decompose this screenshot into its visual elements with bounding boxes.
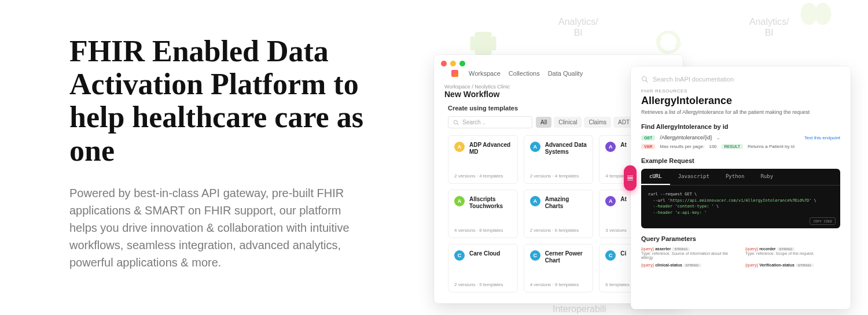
maximize-icon[interactable] [459,61,465,66]
template-badge-icon: A [530,142,540,152]
template-meta: 4 versions · 9 templates [530,282,587,287]
svg-line-10 [646,80,648,82]
doc-eyebrow: FHIR RESOURCES [641,88,840,94]
template-meta: 2 versions · 5 templates [454,282,512,287]
doc-subheading: Find AllergyIntolerance by id [641,123,840,130]
search-icon [641,76,648,83]
template-name: Allscripts Touchworks [469,196,512,210]
result-text: Returns a Patient by id [748,144,795,149]
template-badge-icon: A [530,196,540,206]
template-badge-icon: C [454,250,465,261]
hero-title: FHIR Enabled Data Activation Platform to… [69,35,411,167]
search-icon [453,120,459,125]
doc-description: Retrieves a list of AllergyIntolerance f… [641,109,840,115]
doc-search-placeholder: Search InAPI documentation [653,76,734,83]
template-card[interactable]: CCare Cloud2 versions · 5 templates [448,244,518,292]
template-meta: 2 versions · 4 templates [454,173,512,179]
filter-pill-all[interactable]: All [536,117,551,128]
svg-line-8 [457,123,459,125]
param-name: recorder [759,247,775,251]
template-card[interactable]: CCerner Power Chart4 versions · 9 templa… [524,244,594,292]
param-type: STRING [683,264,701,267]
code-tab-curl[interactable]: cURL [641,169,670,185]
nav-workspace[interactable]: Workspace [469,70,501,77]
doc-search-input[interactable]: Search InAPI documentation [641,76,840,83]
param-scope: {query} [641,247,654,251]
template-search-input[interactable]: Search .. [448,116,532,128]
search-placeholder: Search .. [462,119,486,125]
nav-collections[interactable]: Collections [509,70,540,77]
template-meta: 2 versions · 4 templates [530,173,587,179]
param-type: STRING [672,247,690,251]
http-method-badge: GET [641,135,655,140]
template-name: ADP Advanced MD [469,142,512,155]
template-badge-icon: C [605,250,616,261]
template-badge-icon: A [605,142,616,152]
query-params-heading: Query Parameters [641,235,840,242]
filter-pill-clinical[interactable]: Clinical [554,117,582,128]
template-card[interactable]: AAllscripts Touchworks4 versions · 8 tem… [448,190,518,238]
app-logo-icon [451,70,458,77]
code-block: cURLJavascriptPythonRuby curl --request … [641,169,840,228]
param-desc: Type: reference. Source of information a… [641,251,736,260]
param-scope: {query} [745,247,758,251]
max-results-label: Max results per page: [660,144,704,149]
template-name: Cerner Power Chart [545,250,587,264]
query-param: {query} Verification-statusSTRING [745,263,840,268]
template-name: At [620,196,627,203]
template-card[interactable]: AAdvanced Data Systems2 versions · 4 tem… [524,135,594,184]
code-tab-ruby[interactable]: Ruby [752,169,781,185]
template-name: Ci [620,250,626,257]
query-param: {query} recorderSTRINGType: reference. S… [745,247,840,260]
template-badge-icon: A [454,196,465,206]
code-tab-python[interactable]: Python [718,169,753,185]
template-badge-icon: A [454,142,465,152]
param-name: Verification-status [759,263,795,267]
param-desc: Type: reference. Scope of the request. [745,251,840,255]
template-meta: 2 versions · 6 templates [530,228,587,233]
template-badge-icon: C [530,250,540,261]
var-badge: VAR [641,144,655,149]
resize-handle[interactable] [624,165,637,191]
test-endpoint-link[interactable]: Test this endpoint [804,135,840,140]
chevron-down-icon[interactable]: ⌄ [716,135,720,140]
copy-code-button[interactable]: COPY CODE [810,217,836,225]
app-window-api-doc: Search InAPI documentation FHIR RESOURCE… [631,66,851,309]
template-name: At [620,142,627,149]
query-param: {query} asserterSTRINGType: reference. S… [641,247,736,260]
template-meta: 4 versions · 8 templates [454,228,512,233]
minimize-icon[interactable] [450,61,456,66]
param-type: STRING [777,247,795,251]
filter-pill-claims[interactable]: Claims [584,117,611,128]
template-badge-icon: A [605,196,616,206]
template-card[interactable]: AADP Advanced MD2 versions · 4 templates [448,135,518,184]
endpoint-path: /AllergyIntolerance/{id} [660,135,712,140]
query-param: {query} clinical-statusSTRING [641,263,736,268]
nav-data-quality[interactable]: Data Quality [548,70,583,77]
example-request-heading: Example Request [641,157,840,164]
param-scope: {query} [641,263,654,267]
template-card[interactable]: AAmazing Charts2 versions · 6 templates [524,190,594,238]
result-badge: RESULT [722,144,743,149]
template-name: Advanced Data Systems [545,142,587,155]
hero-subtitle: Powered by best-in-class API gateway, pr… [69,184,370,271]
code-tab-javascript[interactable]: Javascript [670,169,718,185]
param-name: asserter [655,247,671,251]
template-name: Care Cloud [469,250,500,257]
param-type: STRING [796,264,814,267]
max-results-value: 100 [709,144,716,149]
close-icon[interactable] [441,61,447,66]
param-scope: {query} [745,263,758,267]
svg-point-7 [454,120,457,124]
param-name: clinical-status [655,263,682,267]
svg-point-9 [642,77,647,81]
doc-title: AllergyIntolerance [641,95,840,107]
template-name: Amazing Charts [545,196,587,210]
